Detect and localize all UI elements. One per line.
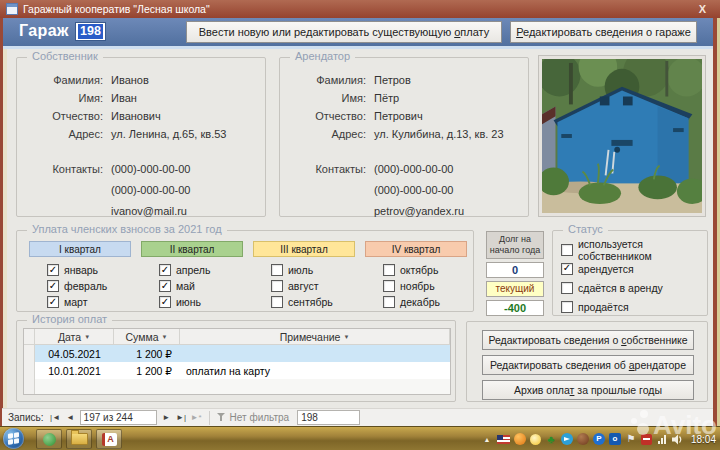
record-selector-cell[interactable] [24,362,35,379]
month-checkbox[interactable] [383,264,395,276]
column-dropdown-icon[interactable]: ▼ [84,334,90,340]
shamrock-icon[interactable]: ♣ [545,433,557,445]
month-checkbox[interactable] [159,264,171,276]
lightbulb-icon[interactable] [530,434,541,445]
taskbar-clock[interactable]: 18:04 [691,434,716,445]
taskbar-app-access[interactable]: A [96,429,122,449]
volume-icon[interactable] [672,433,684,445]
orange-app-icon[interactable] [514,433,526,445]
actions-panel: Редактировать сведения о собственникеРед… [466,321,708,402]
edit-owner-button[interactable]: Редактировать сведения о собственнике [482,330,694,350]
status-row: продаётся [553,297,707,316]
month-row: декабрь [365,294,467,310]
tenant-surname-row: Фамилия:Петров [280,71,528,89]
brown-app-icon[interactable] [577,433,589,445]
table-row[interactable]: 10.01.20211 200 ₽оплатил на карту [24,362,450,379]
month-checkbox[interactable] [383,296,395,308]
owner-email-row: ivanov@mail.ru [17,200,265,221]
cell-note[interactable]: оплатил на карту [180,365,450,377]
month-checkbox[interactable] [47,280,59,292]
close-icon[interactable]: X [691,3,714,15]
enter-payment-button[interactable]: Ввести новую или редактировать существую… [186,21,502,43]
titlebar[interactable]: Гаражный кооператив "Лесная школа" X [0,0,720,18]
taskbar-app-2[interactable] [66,429,92,449]
record-nav-label: Запись: [8,412,44,423]
edit-tenant-button[interactable]: Редактировать сведения об арендаторе [482,355,694,375]
garage-number-value: 198 [78,24,103,39]
first-record-button[interactable]: |◄ [48,413,63,422]
record-search-input[interactable]: 198 [297,410,360,425]
month-checkbox[interactable] [271,264,283,276]
month-label: февраль [64,280,107,292]
telegram-icon[interactable] [561,433,573,445]
filter-icon[interactable] [217,413,226,422]
month-checkbox[interactable] [271,296,283,308]
cell-amount[interactable]: 1 200 ₽ [114,348,180,360]
us-flag-icon[interactable] [497,435,510,444]
payments-section-title: Уплата членских взносов за 2021 год [27,223,227,235]
month-label: март [64,296,87,308]
month-label: август [288,280,318,292]
cell-amount[interactable]: 1 200 ₽ [114,365,180,377]
garage-number-field[interactable]: 198 [75,22,106,41]
edit-garage-button[interactable]: Редактировать сведения о гараже [510,21,697,43]
month-row: сентябрь [253,294,355,310]
history-section-title: История оплат [27,313,112,325]
tenant-name-row: Имя:Пётр [280,89,528,107]
status-checkbox[interactable] [561,244,573,256]
last-record-button[interactable]: ►| [174,413,189,422]
month-row: апрель [141,262,243,278]
column-dropdown-icon[interactable]: ▼ [343,334,349,340]
status-checkbox[interactable] [561,282,573,294]
month-label: октябрь [400,264,438,276]
cell-date[interactable]: 04.05.2021 [35,348,114,360]
network-icon[interactable] [656,434,668,444]
parking-app-icon[interactable]: P [593,433,605,445]
month-checkbox[interactable] [47,264,59,276]
status-label: используется собственником [578,238,707,262]
table-row[interactable]: 04.05.20211 200 ₽ [24,345,450,362]
start-button[interactable] [3,428,24,449]
column-dropdown-icon[interactable]: ▼ [162,334,168,340]
archive-payments-button[interactable]: Архив оплат за прошлые годы [482,380,694,400]
next-record-button[interactable]: ► [159,413,174,422]
month-checkbox[interactable] [271,280,283,292]
payment-history-section: История оплат Дата▼ Сумма▼ Примечание▼ 0… [16,320,456,402]
month-row: февраль [29,278,131,294]
record-position-field[interactable]: 197 из 244 [80,410,157,425]
status-checkbox[interactable] [561,301,573,313]
column-header-date[interactable]: Дата▼ [35,329,114,344]
month-label: декабрь [400,296,440,308]
red-app-icon[interactable] [641,434,652,445]
taskbar-app-1[interactable] [36,429,62,449]
garage-label: Гараж [19,22,69,40]
table-header-row: Дата▼ Сумма▼ Примечание▼ [24,329,450,345]
blue-app-icon[interactable]: o [609,433,621,445]
new-record-button[interactable]: ►* [189,413,204,422]
cell-date[interactable]: 10.01.2021 [35,365,114,377]
month-label: январь [64,264,98,276]
desktop: Гаражный кооператив "Лесная школа" X Гар… [0,0,720,450]
column-header-amount[interactable]: Сумма▼ [114,329,180,344]
month-row: октябрь [365,262,467,278]
payment-history-table[interactable]: Дата▼ Сумма▼ Примечание▼ 04.05.20211 200… [23,328,451,395]
membership-payments-section: Уплата членских взносов за 2021 год I кв… [16,230,474,312]
quarter-header: II квартал [141,241,243,257]
month-label: июль [288,264,313,276]
debt-header: Долг на начало года [486,231,544,259]
month-checkbox[interactable] [47,296,59,308]
previous-record-button[interactable]: ◄ [63,413,78,422]
month-checkbox[interactable] [159,296,171,308]
status-row: используется собственником [553,240,707,259]
status-section-title: Статус [563,223,608,235]
show-hidden-icons-chevron[interactable]: ▲ [481,433,493,445]
month-checkbox[interactable] [383,280,395,292]
month-checkbox[interactable] [159,280,171,292]
month-row: июль [253,262,355,278]
status-row: арендуется [553,259,707,278]
column-header-note[interactable]: Примечание▼ [180,329,450,344]
action-center-flag-icon[interactable]: ⚑ [625,433,637,445]
month-row: март [29,294,131,310]
record-selector-cell[interactable] [24,345,35,362]
status-checkbox[interactable] [561,263,573,275]
